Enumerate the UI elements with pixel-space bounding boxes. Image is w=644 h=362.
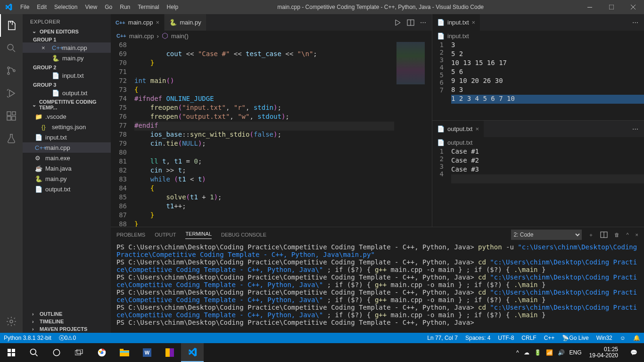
outline-header[interactable]: ›OUTLINE: [23, 310, 111, 318]
terminal-selector[interactable]: 2: Code: [511, 230, 582, 240]
close-icon[interactable]: ×: [472, 19, 476, 26]
panel-tab-output[interactable]: OUTPUT: [155, 232, 176, 238]
svg-rect-31: [170, 348, 174, 357]
activity-search-icon[interactable]: [0, 37, 23, 59]
tree-mainpy[interactable]: 🐍main.py: [23, 173, 111, 184]
status-lncol[interactable]: Ln 77, Col 7: [423, 333, 462, 343]
status-encoding[interactable]: UTF-8: [494, 333, 518, 343]
open-editor-inputtxt[interactable]: 📄 input.txt: [23, 70, 111, 81]
activity-settings-icon[interactable]: [0, 310, 23, 333]
tray-onedrive-icon[interactable]: ☁: [524, 349, 529, 356]
tray-language[interactable]: ENG: [570, 349, 582, 356]
status-bell-icon[interactable]: 🔔: [629, 333, 644, 343]
taskbar-word-icon[interactable]: W: [136, 343, 158, 362]
activity-test-icon[interactable]: [0, 127, 23, 150]
tab-outputtxt[interactable]: 📄 output.txt ×: [432, 121, 484, 137]
menu-file[interactable]: File: [17, 0, 33, 14]
open-editor-mainpy[interactable]: 🐍 main.py: [23, 53, 111, 63]
tree-mainexe[interactable]: ⚙main.exe: [23, 153, 111, 163]
status-errors[interactable]: ⓧ 0 ⚠ 0: [55, 333, 80, 343]
open-editor-maincpp[interactable]: × C++ main.cpp: [23, 42, 111, 53]
output-editor[interactable]: 1234 Case #1Case #2Case #3: [432, 148, 644, 227]
panel-tab-problems[interactable]: PROBLEMS: [116, 232, 145, 238]
tree-vscode[interactable]: 📁.vscode: [23, 111, 111, 122]
input-editor[interactable]: 1234567 35 210 13 15 16 175 69 10 20 26 …: [432, 41, 644, 120]
status-feedback-icon[interactable]: ☺: [616, 333, 629, 343]
taskbar-taskview-icon[interactable]: [68, 343, 91, 362]
maximize-panel-icon[interactable]: ^: [626, 232, 628, 238]
status-spaces[interactable]: Spaces: 4: [462, 333, 494, 343]
split-terminal-icon[interactable]: [600, 231, 608, 239]
taskbar-app-icon[interactable]: [158, 343, 181, 362]
tree-inputtxt[interactable]: 📄input.txt: [23, 132, 111, 142]
menu-terminal[interactable]: Terminal: [134, 0, 163, 14]
new-terminal-icon[interactable]: ＋: [588, 231, 594, 239]
tree-mainjava[interactable]: ☕Main.java: [23, 163, 111, 173]
tree-settings[interactable]: {}settings.json: [23, 122, 111, 132]
status-python[interactable]: Python 3.8.1 32-bit: [0, 333, 55, 343]
maven-header[interactable]: ›MAVEN PROJECTS: [23, 325, 111, 333]
svg-point-4: [8, 73, 9, 74]
taskbar-search-icon[interactable]: [23, 343, 45, 362]
menu-go[interactable]: Go: [101, 0, 116, 14]
close-icon[interactable]: ×: [156, 19, 160, 26]
breadcrumb-input[interactable]: 📄input.txt: [432, 31, 644, 41]
vscode-logo-icon: [0, 3, 17, 11]
run-icon[interactable]: [394, 19, 401, 26]
start-button[interactable]: [0, 343, 23, 362]
activity-extensions-icon[interactable]: [0, 105, 23, 127]
tab-inputtxt[interactable]: 📄 input.txt ×: [432, 14, 480, 31]
minimap[interactable]: [394, 41, 432, 227]
panel-tab-terminal[interactable]: TERMINAL: [185, 231, 212, 239]
taskbar-chrome-icon[interactable]: [91, 343, 113, 362]
tray-wifi-icon[interactable]: 📶: [546, 349, 553, 356]
minimize-button[interactable]: [579, 0, 601, 14]
more-icon[interactable]: ⋯: [632, 19, 638, 26]
taskbar-cortana-icon[interactable]: [45, 343, 68, 362]
taskbar-clock[interactable]: 01:25 19-04-2020: [586, 346, 622, 359]
code-editor[interactable]: 6869707172737475767778798081828384858687…: [111, 41, 432, 227]
tab-mainpy[interactable]: 🐍 main.py: [165, 14, 206, 31]
close-icon[interactable]: ×: [41, 44, 49, 51]
close-icon[interactable]: ×: [475, 125, 479, 132]
more-icon[interactable]: ⋯: [420, 19, 426, 26]
close-button[interactable]: [622, 0, 644, 14]
open-editors-header[interactable]: ⌄OPEN EDITORS: [23, 27, 111, 35]
tray-battery-icon[interactable]: 🔋: [534, 349, 541, 356]
tab-maincpp[interactable]: C++ main.cpp ×: [111, 14, 165, 31]
status-win32[interactable]: Win32: [593, 333, 616, 343]
timeline-header[interactable]: ›TIMELINE: [23, 318, 111, 325]
menu-selection[interactable]: Selection: [50, 0, 81, 14]
status-golive[interactable]: 📡 Go Live: [558, 333, 592, 343]
tree-maincpp[interactable]: C++main.cpp: [23, 142, 111, 153]
taskbar-explorer-icon[interactable]: [113, 343, 136, 362]
menu-edit[interactable]: Edit: [33, 0, 50, 14]
tray-volume-icon[interactable]: 🔊: [558, 349, 565, 356]
maximize-button[interactable]: [601, 0, 622, 14]
menu-view[interactable]: View: [81, 0, 101, 14]
tray-notifications-icon[interactable]: 💬: [626, 349, 642, 356]
folder-header[interactable]: ⌄COMPETITIVE CODING TEMP...: [23, 98, 111, 111]
split-editor-icon[interactable]: [407, 19, 414, 26]
status-lang[interactable]: C++: [540, 333, 559, 343]
menu-help[interactable]: Help: [163, 0, 182, 14]
close-panel-icon[interactable]: ×: [636, 232, 638, 238]
cpp-file-icon: C++: [52, 44, 59, 51]
tray-chevron-icon[interactable]: ^: [516, 349, 519, 356]
tree-outputtxt[interactable]: 📄output.txt: [23, 184, 111, 194]
menu-run[interactable]: Run: [116, 0, 134, 14]
breadcrumb[interactable]: C++ main.cpp › main(): [111, 31, 432, 41]
breadcrumb-output[interactable]: 📄output.txt: [432, 137, 644, 148]
activity-explorer-icon[interactable]: [0, 14, 23, 37]
open-editor-outputtxt[interactable]: 📄 output.txt: [23, 88, 111, 98]
activity-scm-icon[interactable]: [0, 59, 23, 82]
terminal[interactable]: PS C:\Users\chinm\Desktop\Coding Practic…: [111, 242, 644, 333]
status-eol[interactable]: CRLF: [518, 333, 540, 343]
activity-debug-icon[interactable]: [0, 82, 23, 105]
text-file-icon: 📄: [52, 72, 59, 79]
panel-tab-debug[interactable]: DEBUG CONSOLE: [221, 232, 266, 238]
taskbar-vscode-icon[interactable]: [181, 343, 204, 362]
text-file-icon: 📄: [437, 139, 445, 146]
more-icon[interactable]: ⋯: [632, 125, 638, 132]
kill-terminal-icon[interactable]: 🗑: [614, 232, 619, 238]
